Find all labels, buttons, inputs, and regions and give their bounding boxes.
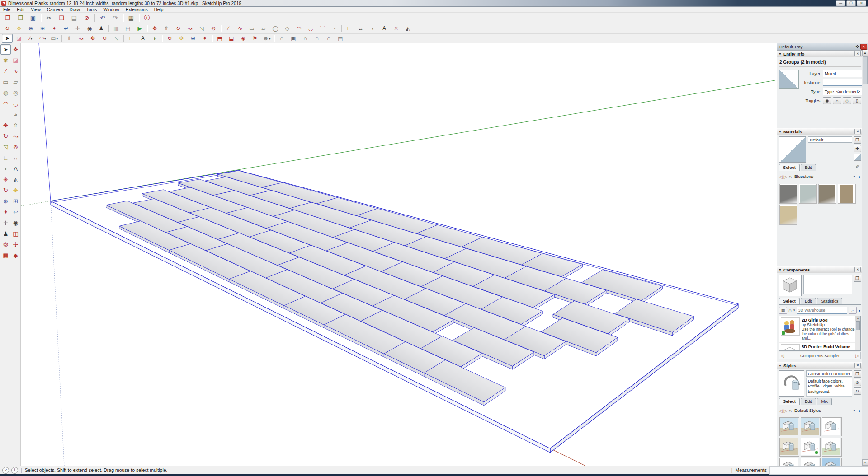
info-icon[interactable]: i <box>11 467 18 474</box>
zoom-window-tool[interactable]: ⊞ <box>10 196 21 206</box>
polygon-tool[interactable]: ◎ <box>10 88 21 98</box>
search-icon[interactable]: ⌕ <box>849 307 857 314</box>
eyedropper-icon[interactable]: ✐ <box>854 164 861 171</box>
styles-tab-edit[interactable]: Edit <box>801 398 816 405</box>
details-arrow-icon[interactable]: ◗ <box>858 174 861 179</box>
position-camera-button[interactable]: ✛ <box>72 24 83 33</box>
two-point-arc-tool[interactable]: ◡ <box>10 98 21 109</box>
walk-tool[interactable]: ♟ <box>0 229 11 239</box>
zoom-previous-button[interactable]: ↩ <box>61 24 71 33</box>
dimension-tool[interactable]: ↔ <box>10 153 21 163</box>
rotated-rectangle-button[interactable]: ▱ <box>258 24 269 33</box>
styles-close-icon[interactable]: ✕ <box>854 363 861 368</box>
component-name-field[interactable] <box>803 275 852 294</box>
tape-measure-button[interactable]: ∟ <box>126 34 137 43</box>
maximize-button[interactable]: ❐ <box>846 0 856 6</box>
in-model-home-icon[interactable]: ⌂ <box>788 308 792 313</box>
back-arrow-icon[interactable]: ◁ <box>779 408 783 413</box>
components-tab-select[interactable]: Select <box>779 298 800 304</box>
update-style-icon[interactable]: ↻ <box>854 387 861 395</box>
pin-icon[interactable]: ✜ <box>855 44 859 49</box>
rotate-button[interactable]: ↻ <box>173 24 184 33</box>
polygon-button[interactable]: ◇ <box>282 24 292 33</box>
material-swatch-stone-4[interactable] <box>838 184 856 204</box>
warehouse-search-input[interactable] <box>797 307 847 314</box>
material-swatch-stone-5[interactable] <box>779 205 797 225</box>
zoom-extents-button[interactable]: ✦ <box>49 24 60 33</box>
style-thumbnail-5[interactable] <box>801 438 821 457</box>
extension-warehouse-button[interactable]: ▣ <box>288 34 299 43</box>
save-button[interactable]: ▣ <box>27 13 39 23</box>
tape-measure-button[interactable]: ∟ <box>344 24 354 33</box>
photo-textures-button[interactable]: ◈ <box>238 34 249 43</box>
move-tool[interactable]: ✥ <box>0 120 11 131</box>
materials-close-icon[interactable]: ✕ <box>854 129 861 134</box>
rotated-rectangle-tool[interactable]: ▱ <box>10 77 21 87</box>
text-button[interactable]: A <box>137 34 148 43</box>
run-extension-button[interactable]: ▶ <box>134 24 145 33</box>
push-pull-tool[interactable]: ⇧ <box>10 120 21 131</box>
follow-me-tool[interactable]: ↝ <box>10 131 21 141</box>
select-tool[interactable]: ➤ <box>0 44 11 55</box>
entity-info-close-icon[interactable]: ✕ <box>854 51 861 56</box>
3d-text-tool[interactable]: ◭ <box>10 174 21 185</box>
eraser-tool[interactable]: ◪ <box>10 55 21 65</box>
rectangle-button[interactable]: ▭ <box>246 24 257 33</box>
zoom-extents-tool[interactable]: ✦ <box>0 207 11 217</box>
tape-measure-tool[interactable]: ∟ <box>0 153 11 163</box>
copy-button[interactable]: ❑ <box>56 13 67 23</box>
protractor-button[interactable]: ◖ <box>367 24 378 33</box>
paint-bucket-tool[interactable]: ✾ <box>0 55 11 65</box>
3d-warehouse-button[interactable]: ⌂ <box>276 34 287 43</box>
secondary-pane-icon[interactable]: ❐ <box>854 275 861 282</box>
menu-window[interactable]: Window <box>100 7 123 12</box>
rotate-tool[interactable]: ↻ <box>0 131 11 141</box>
warehouse-collection-button[interactable]: ⬓ <box>226 34 237 43</box>
location-pin-button[interactable]: ⚑ <box>250 34 260 43</box>
style-thumbnail-6[interactable] <box>822 438 842 457</box>
pan-button[interactable]: ✥ <box>176 34 187 43</box>
print-button[interactable]: ▦ <box>125 13 137 23</box>
orbit-tool[interactable]: ↻ <box>0 185 11 196</box>
zoom-previous-tool[interactable]: ↩ <box>10 207 21 217</box>
zoom-button[interactable]: ⊕ <box>188 34 198 43</box>
tag-icon[interactable]: ◇ <box>843 97 851 104</box>
tray-close-icon[interactable]: ✕ <box>860 44 867 50</box>
follow-me-button[interactable]: ↝ <box>184 24 195 33</box>
visibility-eye-icon[interactable]: ◉ <box>823 97 831 104</box>
arc-button[interactable]: ◠▾ <box>37 34 48 43</box>
push-pull-button[interactable]: ⇧ <box>64 34 75 43</box>
house-model-button[interactable]: ⌂ <box>323 34 334 43</box>
plugin-tool-1-tool[interactable]: ❂ <box>0 239 11 250</box>
material-name-field[interactable] <box>808 136 852 143</box>
new-button[interactable]: ❐ <box>2 13 14 23</box>
menu-tools[interactable]: Tools <box>83 7 100 12</box>
materials-collection-dropdown[interactable]: Bluestone ▼ <box>793 173 857 180</box>
style-thumbnail-2[interactable] <box>801 417 821 436</box>
minimize-button[interactable]: — <box>836 0 845 6</box>
redo-button[interactable]: ↷ <box>109 13 121 23</box>
collapse-arrow-icon[interactable]: ▼ <box>778 130 782 133</box>
view-options-icon[interactable]: ▦ <box>779 307 787 314</box>
paint-bucket-button[interactable]: ◗ <box>149 34 160 43</box>
orbit-button[interactable]: ↻ <box>164 34 175 43</box>
line-button[interactable]: ∕ <box>223 24 234 33</box>
pan-tool[interactable]: ✥ <box>10 185 21 196</box>
scroll-up-icon[interactable]: ▲ <box>862 50 868 56</box>
warehouse-model-button[interactable]: ⬒ <box>214 34 225 43</box>
pie-tool[interactable]: ◕ <box>10 109 21 120</box>
menu-help[interactable]: Help <box>151 7 167 12</box>
styles-tab-select[interactable]: Select <box>779 398 800 405</box>
chevron-down-icon[interactable]: ▼ <box>793 309 796 312</box>
3d-text-button[interactable]: ◭ <box>402 24 413 33</box>
three-point-arc-tool[interactable]: ⌒ <box>0 109 11 120</box>
home-model-button[interactable]: ⌂ <box>300 34 311 43</box>
styles-collection-dropdown[interactable]: Default Styles ▼ <box>793 407 857 414</box>
protractor-tool[interactable]: ◖ <box>0 163 11 174</box>
component-item[interactable]: 3D Printer Build Volumeby SketchUp C... <box>779 343 860 351</box>
text-button[interactable]: A <box>379 24 390 33</box>
components-scrollbar[interactable]: ▲ <box>855 316 860 350</box>
menu-edit[interactable]: Edit <box>14 7 28 12</box>
forward-arrow-icon[interactable]: ▷ <box>784 408 788 413</box>
rotate-button[interactable]: ↻ <box>99 34 110 43</box>
